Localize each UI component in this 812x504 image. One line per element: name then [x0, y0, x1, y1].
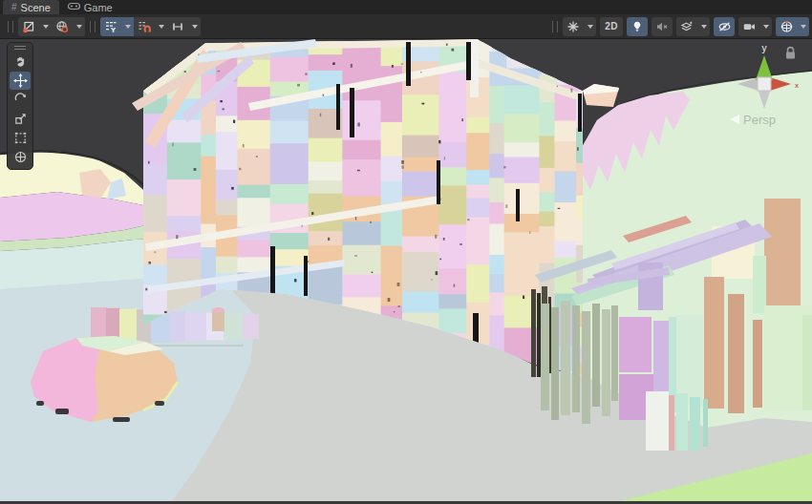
audio-group [652, 17, 673, 36]
snap-toggle-button[interactable] [134, 17, 155, 36]
burst-star-icon [566, 20, 580, 33]
grid-axis-icon: Y [104, 20, 118, 33]
effects-dropdown[interactable] [697, 17, 710, 36]
fx-layers-icon [680, 20, 694, 33]
tools-drag-handle[interactable] [8, 44, 32, 52]
lighting-group [627, 17, 648, 36]
rect-tool-button[interactable] [10, 129, 31, 147]
tab-scene-label: Scene [21, 2, 51, 13]
draw-mode-dropdown[interactable] [39, 17, 52, 36]
move-tool-button[interactable] [10, 72, 31, 90]
snap-increment-button[interactable] [167, 17, 188, 36]
camera-group [738, 17, 772, 36]
overlay-drag-handle[interactable] [8, 21, 13, 32]
tab-game[interactable]: Game [59, 0, 121, 14]
toggle-2d-group: 2D [600, 17, 623, 36]
audio-muted-icon [655, 20, 669, 33]
snap-increment-dropdown[interactable] [188, 17, 201, 36]
gizmos-group [776, 17, 809, 36]
scale-icon [13, 112, 28, 126]
eye-slash-icon [717, 20, 732, 33]
scene-visibility-button[interactable] [714, 17, 735, 36]
visibility-group [714, 17, 735, 36]
unity-scene-view-window: # Scene Game [0, 0, 812, 504]
scene-toolbar: Y [0, 14, 812, 39]
grid-icon: # [11, 3, 17, 12]
overlay-drag-handle-3[interactable] [552, 21, 558, 32]
audio-toggle-button[interactable] [652, 17, 673, 36]
lighting-toggle-button[interactable] [627, 17, 648, 36]
transform-icon [13, 150, 28, 164]
globe-icon [55, 20, 69, 33]
snap-increment-icon [171, 20, 184, 33]
snap-dropdown[interactable] [155, 17, 167, 36]
toolbar-right: 2D [547, 17, 809, 36]
draw-mode-button[interactable] [18, 17, 39, 36]
move-icon [13, 74, 28, 88]
hand-tool-button[interactable] [10, 52, 31, 71]
rect-icon [13, 131, 28, 145]
scale-tool-button[interactable] [10, 110, 31, 128]
tab-scene[interactable]: # Scene [3, 0, 59, 14]
grid-visibility-button[interactable]: Y [100, 17, 121, 36]
gamepad-icon [68, 2, 80, 12]
scene-viewport[interactable]: yxPersp [0, 39, 812, 504]
gizmos-toggle-button[interactable] [776, 17, 797, 36]
grid-visibility-dropdown[interactable] [121, 17, 134, 36]
toggle-2d-button[interactable]: 2D [600, 21, 623, 32]
snap-magnet-icon [138, 20, 151, 33]
gizmo-y-label: y [762, 43, 767, 53]
render-effects-button[interactable] [563, 17, 584, 36]
effects-toggle-button[interactable] [676, 17, 697, 36]
hand-icon [13, 54, 28, 69]
camera-settings-dropdown[interactable] [759, 17, 772, 36]
transform-tool-button[interactable] [10, 148, 31, 166]
rotate-tool-button[interactable] [10, 91, 31, 109]
svg-text:Y: Y [111, 25, 116, 33]
light-bulb-icon [630, 20, 644, 33]
projection-label[interactable]: Persp [743, 113, 776, 127]
rotate-icon [13, 93, 28, 107]
skybox-toggle-button[interactable] [52, 17, 73, 36]
camera-settings-button[interactable] [738, 17, 759, 36]
tab-game-label: Game [84, 2, 113, 13]
effects-group [676, 17, 710, 36]
gizmo-sphere-icon [780, 20, 794, 33]
overlay-drag-handle-2[interactable] [90, 21, 96, 32]
tools-overlay [7, 42, 33, 170]
tab-bar: # Scene Game [0, 0, 812, 14]
gizmo-x-label: x [795, 81, 799, 90]
render-effects-group [563, 17, 596, 36]
video-camera-icon [742, 20, 757, 33]
draw-mode-icon [22, 20, 35, 33]
scene-render: yxPersp [0, 39, 812, 501]
skybox-dropdown[interactable] [73, 17, 85, 36]
grid-snap-group: Y [100, 17, 201, 36]
gizmos-dropdown[interactable] [797, 17, 809, 36]
gizmo-center-cube[interactable] [758, 77, 771, 91]
view-options-group [18, 17, 85, 36]
render-effects-dropdown[interactable] [584, 17, 596, 36]
